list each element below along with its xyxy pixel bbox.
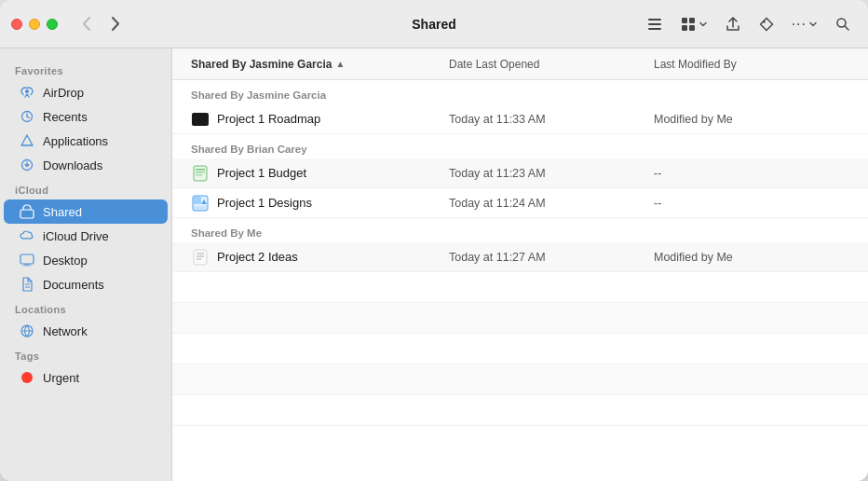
finder-window: Shared	[0, 0, 868, 481]
sidebar-item-icloud-drive[interactable]: iCloud Drive	[4, 224, 168, 248]
svg-rect-28	[194, 250, 207, 265]
shared-label: Shared	[43, 205, 82, 219]
file-name: Project 2 Ideas	[217, 250, 298, 264]
urgent-label: Urgent	[43, 371, 79, 385]
sidebar-item-desktop[interactable]: Desktop	[4, 248, 168, 272]
group-header-jasmine: Shared By Jasmine Garcia	[172, 80, 868, 104]
svg-rect-2	[648, 28, 661, 30]
file-icon-designs	[191, 194, 210, 213]
group-header-brian: Shared By Brian Carey	[172, 134, 868, 158]
toolbar-actions: ···	[641, 10, 857, 38]
content-area: Favorites AirDrop	[0, 48, 868, 481]
empty-row	[172, 334, 868, 364]
empty-rows	[172, 272, 868, 426]
sidebar-item-documents[interactable]: Documents	[4, 272, 168, 296]
file-name-cell: Project 1 Budget	[191, 164, 449, 183]
svg-rect-12	[20, 210, 34, 218]
network-icon	[19, 323, 35, 339]
sidebar-item-recents[interactable]: Recents	[4, 104, 168, 129]
titlebar: Shared	[0, 0, 868, 48]
sidebar-item-urgent[interactable]: Urgent	[4, 365, 168, 390]
desktop-label: Desktop	[43, 254, 88, 268]
grid-view-button[interactable]	[674, 10, 713, 38]
empty-row	[172, 303, 868, 334]
column-header-name[interactable]: Shared By Jasmine Garcia ▲	[191, 58, 449, 71]
nav-arrows	[73, 11, 129, 37]
ellipsis-icon: ···	[792, 16, 807, 33]
icloud-drive-label: iCloud Drive	[43, 229, 109, 243]
column-header-date[interactable]: Date Last Opened	[449, 58, 654, 71]
share-button[interactable]	[719, 10, 747, 38]
icloud-drive-icon	[19, 227, 35, 244]
svg-rect-27	[194, 206, 207, 210]
svg-rect-3	[682, 18, 687, 23]
group-header-me: Shared By Me	[172, 218, 868, 242]
maximize-button[interactable]	[47, 19, 58, 30]
back-button[interactable]	[73, 11, 99, 37]
documents-icon	[19, 276, 35, 293]
file-list: Shared By Jasmine Garcia Project 1 Roadm…	[172, 80, 868, 481]
file-name: Project 1 Budget	[217, 166, 306, 180]
downloads-label: Downloads	[43, 158, 102, 172]
section-header-icloud: iCloud	[0, 177, 171, 199]
svg-rect-20	[194, 166, 207, 181]
svg-point-9	[25, 89, 29, 93]
svg-rect-5	[682, 25, 687, 31]
section-header-favorites: Favorites	[0, 58, 171, 80]
section-header-locations: Locations	[0, 296, 171, 319]
sidebar-item-airdrop[interactable]: AirDrop	[4, 80, 168, 104]
more-button[interactable]: ···	[786, 10, 823, 38]
svg-rect-15	[22, 266, 32, 267]
traffic-lights	[11, 19, 58, 30]
sidebar-item-downloads[interactable]: Downloads	[4, 153, 168, 177]
file-row[interactable]: Project 2 Ideas Today at 11:27 AM Modifi…	[172, 242, 868, 272]
file-date: Today at 11:27 AM	[449, 251, 654, 264]
chevron-down-icon	[698, 20, 708, 29]
file-date: Today at 11:23 AM	[449, 167, 654, 180]
downloads-icon	[19, 157, 35, 173]
svg-rect-23	[196, 174, 202, 176]
empty-row	[172, 364, 868, 395]
close-button[interactable]	[11, 19, 22, 30]
list-view-button[interactable]	[641, 10, 669, 38]
sidebar-item-applications[interactable]: Applications	[4, 129, 168, 153]
sidebar-item-network[interactable]: Network	[4, 319, 168, 343]
file-icon-ideas	[191, 248, 210, 267]
column-header-modified[interactable]: Last Modified By	[654, 58, 868, 71]
file-row[interactable]: Project 1 Roadmap Today at 11:33 AM Modi…	[172, 104, 868, 134]
network-label: Network	[43, 324, 88, 338]
svg-point-7	[763, 21, 765, 22]
svg-rect-22	[196, 172, 205, 173]
svg-rect-0	[648, 19, 661, 21]
file-row[interactable]: Project 1 Budget Today at 11:23 AM --	[172, 158, 868, 188]
svg-rect-6	[689, 25, 695, 31]
search-button[interactable]	[829, 10, 857, 38]
minimize-button[interactable]	[29, 19, 40, 30]
file-date: Today at 11:24 AM	[449, 197, 654, 210]
file-modified: Modified by Me	[654, 113, 868, 126]
desktop-icon	[19, 252, 35, 268]
file-modified: Modified by Me	[654, 251, 868, 264]
file-name-cell: Project 2 Ideas	[191, 248, 449, 267]
file-icon-roadmap	[191, 110, 210, 129]
file-row[interactable]: Project 1 Designs Today at 11:24 AM --	[172, 188, 868, 218]
file-name: Project 1 Roadmap	[217, 112, 320, 126]
sidebar-item-shared[interactable]: Shared	[4, 199, 168, 224]
file-name-cell: Project 1 Roadmap	[191, 110, 449, 129]
file-name-cell: Project 1 Designs	[191, 194, 449, 213]
tag-button[interactable]	[753, 10, 780, 38]
documents-label: Documents	[43, 278, 104, 292]
applications-icon	[19, 132, 35, 149]
file-icon-budget	[191, 164, 210, 183]
recents-label: Recents	[43, 110, 88, 124]
file-modified: --	[654, 167, 868, 180]
shared-icon	[19, 203, 35, 220]
sidebar: Favorites AirDrop	[0, 48, 172, 481]
empty-row	[172, 395, 868, 426]
svg-rect-25	[194, 197, 201, 204]
svg-rect-4	[689, 18, 695, 23]
svg-rect-13	[20, 254, 34, 264]
file-modified: --	[654, 197, 868, 210]
forward-button[interactable]	[102, 11, 129, 37]
file-name: Project 1 Designs	[217, 196, 312, 210]
